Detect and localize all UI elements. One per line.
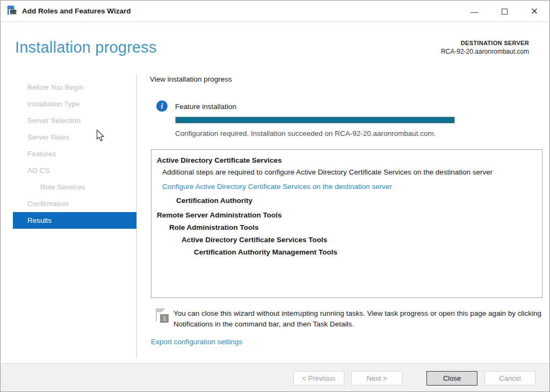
cancel-button[interactable]: Cancel	[484, 371, 535, 386]
close-button[interactable]: Close	[426, 371, 477, 386]
sidebar-item-label: Role Services	[40, 183, 85, 191]
wizard-header: Installation progress DESTINATION SERVER…	[1, 23, 549, 71]
sidebar-item-results[interactable]: Results	[13, 212, 136, 229]
next-button[interactable]: Next >	[351, 371, 402, 386]
sidebar-item-label: Before You Begin	[27, 83, 83, 91]
close-window-button[interactable]: ×	[519, 1, 549, 22]
title-bar: Add Roles and Features Wizard — ×	[1, 1, 549, 22]
sidebar-item-before-you-begin: Before You Begin	[13, 79, 136, 96]
result-row-ca-management-tools: Certification Authority Management Tools	[194, 246, 537, 258]
sidebar-item-label: Installation Type	[27, 100, 79, 108]
main-content: View installation progress i Feature ins…	[137, 70, 550, 363]
feature-installation-label: Feature installation	[175, 103, 236, 111]
sidebar-item-server-roles: Server Roles	[13, 129, 136, 146]
sidebar-item-label: Features	[27, 150, 56, 158]
sidebar-item-ad-cs: AD CS	[13, 162, 136, 179]
sidebar-item-role-services: Role Services	[13, 179, 136, 195]
result-row-certification-authority: Certification Authority	[176, 194, 537, 207]
sidebar-item-features: Features	[13, 146, 136, 162]
notification-badge: 1	[160, 314, 169, 323]
wizard-window: Add Roles and Features Wizard — × Instal…	[0, 0, 550, 392]
sidebar-item-label: AD CS	[27, 166, 49, 175]
installation-status-text: Configuration required. Installation suc…	[175, 129, 436, 137]
destination-server-label: DESTINATION SERVER	[441, 40, 529, 46]
sidebar-item-label: Results	[27, 216, 52, 224]
sidebar-item-label: Server Roles	[27, 133, 69, 141]
result-row-rsat: Remote Server Administration Tools	[157, 209, 537, 221]
result-row-adcs: Active Directory Certificate Services	[157, 154, 537, 166]
sidebar-item-installation-type: Installation Type	[13, 96, 136, 112]
close-wizard-note: You can close this wizard without interr…	[173, 308, 545, 330]
installation-progress-fill	[176, 117, 454, 123]
view-progress-heading: View installation progress	[150, 75, 232, 83]
window-controls: — ×	[459, 1, 549, 22]
result-row-additional-steps: Additional steps are required to configu…	[162, 166, 532, 178]
close-icon: ×	[531, 5, 538, 17]
window-title: Add Roles and Features Wizard	[22, 7, 131, 15]
sidebar-item-server-selection: Server Selection	[13, 112, 136, 129]
server-manager-icon	[6, 5, 17, 18]
result-row-role-admin-tools: Role Administration Tools	[169, 221, 537, 234]
result-row-adcs-tools: Active Directory Certificate Services To…	[182, 234, 537, 246]
previous-button[interactable]: < Previous	[293, 371, 344, 386]
export-configuration-link[interactable]: Export configuration settings	[151, 338, 242, 346]
minimize-icon: —	[471, 7, 479, 16]
destination-server-block: DESTINATION SERVER RCA-92-20.aaronrombau…	[441, 40, 529, 55]
notification-flag-icon: 1	[154, 307, 170, 325]
sidebar-item-label: Server Selection	[27, 117, 81, 125]
maximize-icon	[502, 9, 508, 14]
sidebar-item-confirmation: Confirmation	[13, 195, 136, 212]
sidebar-item-label: Confirmation	[27, 200, 69, 208]
maximize-button[interactable]	[489, 1, 519, 22]
installation-results-box: Active Directory Certificate Services Ad…	[151, 149, 542, 298]
installation-progress-bar	[175, 117, 455, 124]
destination-server-name: RCA-92-20.aaronrombaut.com	[441, 48, 529, 55]
configure-adcs-link[interactable]: Configure Active Directory Certificate S…	[162, 180, 537, 193]
info-icon: i	[156, 100, 168, 112]
minimize-button[interactable]: —	[459, 1, 489, 22]
wizard-footer: < Previous Next > Close Cancel	[1, 363, 549, 392]
page-title: Installation progress	[15, 39, 157, 56]
wizard-steps-sidebar: Before You Begin Installation Type Serve…	[1, 70, 136, 363]
